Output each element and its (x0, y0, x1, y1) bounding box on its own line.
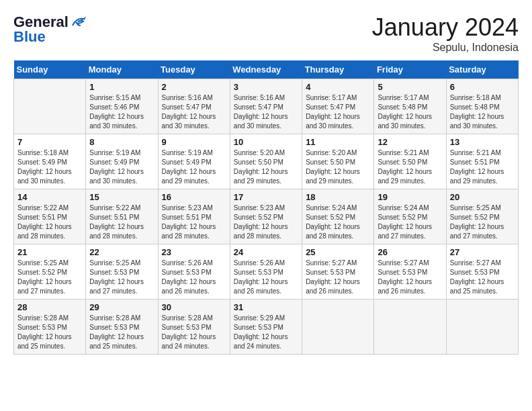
day-number: 8 (89, 137, 154, 147)
day-info: Sunrise: 5:27 AM Sunset: 5:53 PM Dayligh… (450, 259, 515, 296)
calendar-cell: 3Sunrise: 5:16 AM Sunset: 5:47 PM Daylig… (230, 79, 302, 134)
day-number: 10 (234, 137, 298, 147)
day-info: Sunrise: 5:25 AM Sunset: 5:53 PM Dayligh… (89, 259, 154, 296)
day-info: Sunrise: 5:21 AM Sunset: 5:51 PM Dayligh… (450, 148, 515, 186)
calendar-cell: 30Sunrise: 5:28 AM Sunset: 5:53 PM Dayli… (158, 300, 230, 355)
calendar-cell: 13Sunrise: 5:21 AM Sunset: 5:51 PM Dayli… (446, 134, 518, 189)
day-info: Sunrise: 5:20 AM Sunset: 5:50 PM Dayligh… (234, 148, 298, 186)
day-number: 24 (234, 247, 298, 257)
calendar-cell: 29Sunrise: 5:28 AM Sunset: 5:53 PM Dayli… (86, 300, 158, 355)
calendar-cell: 12Sunrise: 5:21 AM Sunset: 5:50 PM Dayli… (374, 134, 446, 189)
day-info: Sunrise: 5:22 AM Sunset: 5:51 PM Dayligh… (17, 203, 82, 241)
day-number: 16 (162, 192, 226, 202)
page-header: General Blue January 2024 Sepulu, Indone… (13, 13, 519, 54)
calendar-cell: 11Sunrise: 5:20 AM Sunset: 5:50 PM Dayli… (302, 134, 374, 189)
day-info: Sunrise: 5:16 AM Sunset: 5:47 PM Dayligh… (162, 93, 226, 131)
day-info: Sunrise: 5:19 AM Sunset: 5:49 PM Dayligh… (162, 148, 226, 186)
calendar-week-5: 28Sunrise: 5:28 AM Sunset: 5:53 PM Dayli… (14, 300, 519, 355)
day-number: 2 (162, 82, 226, 92)
day-number: 14 (17, 192, 82, 202)
day-info: Sunrise: 5:24 AM Sunset: 5:52 PM Dayligh… (306, 203, 370, 241)
day-number: 19 (378, 192, 442, 202)
calendar-cell: 16Sunrise: 5:23 AM Sunset: 5:51 PM Dayli… (158, 189, 230, 244)
day-info: Sunrise: 5:24 AM Sunset: 5:52 PM Dayligh… (378, 203, 442, 241)
header-row: SundayMondayTuesdayWednesdayThursdayFrid… (14, 60, 519, 79)
day-info: Sunrise: 5:20 AM Sunset: 5:50 PM Dayligh… (306, 148, 370, 186)
day-info: Sunrise: 5:19 AM Sunset: 5:49 PM Dayligh… (89, 148, 154, 186)
day-number: 22 (89, 247, 154, 257)
calendar-cell: 27Sunrise: 5:27 AM Sunset: 5:53 PM Dayli… (446, 244, 518, 300)
logo-blue: Blue (13, 28, 46, 46)
calendar-cell: 14Sunrise: 5:22 AM Sunset: 5:51 PM Dayli… (14, 189, 86, 244)
day-info: Sunrise: 5:15 AM Sunset: 5:46 PM Dayligh… (89, 93, 154, 131)
day-number: 30 (162, 302, 226, 312)
calendar-cell (14, 79, 86, 134)
calendar-cell: 1Sunrise: 5:15 AM Sunset: 5:46 PM Daylig… (86, 79, 158, 134)
calendar-cell: 25Sunrise: 5:27 AM Sunset: 5:53 PM Dayli… (302, 244, 374, 300)
calendar-week-4: 21Sunrise: 5:25 AM Sunset: 5:52 PM Dayli… (14, 244, 519, 300)
calendar-cell: 2Sunrise: 5:16 AM Sunset: 5:47 PM Daylig… (158, 79, 230, 134)
calendar-cell: 6Sunrise: 5:18 AM Sunset: 5:48 PM Daylig… (446, 79, 518, 134)
calendar-table: SundayMondayTuesdayWednesdayThursdayFrid… (13, 60, 519, 355)
page-title: January 2024 (372, 13, 519, 42)
logo: General Blue (13, 13, 86, 46)
title-block: January 2024 Sepulu, Indonesia (372, 13, 519, 54)
day-info: Sunrise: 5:28 AM Sunset: 5:53 PM Dayligh… (89, 314, 154, 351)
day-number: 6 (450, 82, 515, 92)
day-info: Sunrise: 5:23 AM Sunset: 5:51 PM Dayligh… (162, 203, 226, 241)
day-info: Sunrise: 5:25 AM Sunset: 5:52 PM Dayligh… (17, 259, 82, 296)
page-subtitle: Sepulu, Indonesia (372, 42, 519, 54)
day-info: Sunrise: 5:25 AM Sunset: 5:52 PM Dayligh… (450, 203, 515, 241)
day-info: Sunrise: 5:21 AM Sunset: 5:50 PM Dayligh… (378, 148, 442, 186)
day-number: 3 (234, 82, 298, 92)
day-info: Sunrise: 5:28 AM Sunset: 5:53 PM Dayligh… (17, 314, 82, 351)
weekday-header-monday: Monday (86, 60, 158, 79)
day-number: 26 (378, 247, 442, 257)
calendar-cell: 5Sunrise: 5:17 AM Sunset: 5:48 PM Daylig… (374, 79, 446, 134)
weekday-header-saturday: Saturday (446, 60, 518, 79)
day-number: 21 (17, 247, 82, 257)
weekday-header-tuesday: Tuesday (158, 60, 230, 79)
day-number: 31 (234, 302, 298, 312)
day-info: Sunrise: 5:27 AM Sunset: 5:53 PM Dayligh… (306, 259, 370, 296)
calendar-cell: 9Sunrise: 5:19 AM Sunset: 5:49 PM Daylig… (158, 134, 230, 189)
day-number: 9 (162, 137, 226, 147)
calendar-week-3: 14Sunrise: 5:22 AM Sunset: 5:51 PM Dayli… (14, 189, 519, 244)
day-info: Sunrise: 5:17 AM Sunset: 5:48 PM Dayligh… (378, 93, 442, 131)
calendar-cell: 24Sunrise: 5:26 AM Sunset: 5:53 PM Dayli… (230, 244, 302, 300)
day-number: 5 (378, 82, 442, 92)
svg-marker-0 (83, 16, 86, 20)
day-number: 12 (378, 137, 442, 147)
day-number: 25 (306, 247, 370, 257)
calendar-cell: 22Sunrise: 5:25 AM Sunset: 5:53 PM Dayli… (86, 244, 158, 300)
calendar-cell: 17Sunrise: 5:23 AM Sunset: 5:52 PM Dayli… (230, 189, 302, 244)
weekday-header-sunday: Sunday (14, 60, 86, 79)
calendar-cell: 31Sunrise: 5:29 AM Sunset: 5:53 PM Dayli… (230, 300, 302, 355)
day-number: 18 (306, 192, 370, 202)
day-number: 29 (89, 302, 154, 312)
day-number: 17 (234, 192, 298, 202)
calendar-cell: 7Sunrise: 5:18 AM Sunset: 5:49 PM Daylig… (14, 134, 86, 189)
day-number: 27 (450, 247, 515, 257)
day-number: 1 (89, 82, 154, 92)
calendar-cell: 19Sunrise: 5:24 AM Sunset: 5:52 PM Dayli… (374, 189, 446, 244)
calendar-cell: 26Sunrise: 5:27 AM Sunset: 5:53 PM Dayli… (374, 244, 446, 300)
day-number: 23 (162, 247, 226, 257)
calendar-cell: 15Sunrise: 5:22 AM Sunset: 5:51 PM Dayli… (86, 189, 158, 244)
weekday-header-friday: Friday (374, 60, 446, 79)
day-info: Sunrise: 5:18 AM Sunset: 5:49 PM Dayligh… (17, 148, 82, 186)
calendar-cell: 4Sunrise: 5:17 AM Sunset: 5:47 PM Daylig… (302, 79, 374, 134)
calendar-cell: 23Sunrise: 5:26 AM Sunset: 5:53 PM Dayli… (158, 244, 230, 300)
day-info: Sunrise: 5:16 AM Sunset: 5:47 PM Dayligh… (234, 93, 298, 131)
calendar-cell: 8Sunrise: 5:19 AM Sunset: 5:49 PM Daylig… (86, 134, 158, 189)
calendar-cell (374, 300, 446, 355)
day-info: Sunrise: 5:23 AM Sunset: 5:52 PM Dayligh… (234, 203, 298, 241)
day-info: Sunrise: 5:26 AM Sunset: 5:53 PM Dayligh… (162, 259, 226, 296)
day-number: 28 (17, 302, 82, 312)
day-number: 4 (306, 82, 370, 92)
day-info: Sunrise: 5:27 AM Sunset: 5:53 PM Dayligh… (378, 259, 442, 296)
weekday-header-wednesday: Wednesday (230, 60, 302, 79)
day-info: Sunrise: 5:28 AM Sunset: 5:53 PM Dayligh… (162, 314, 226, 351)
day-info: Sunrise: 5:22 AM Sunset: 5:51 PM Dayligh… (89, 203, 154, 241)
logo-bird-icon (71, 16, 86, 28)
